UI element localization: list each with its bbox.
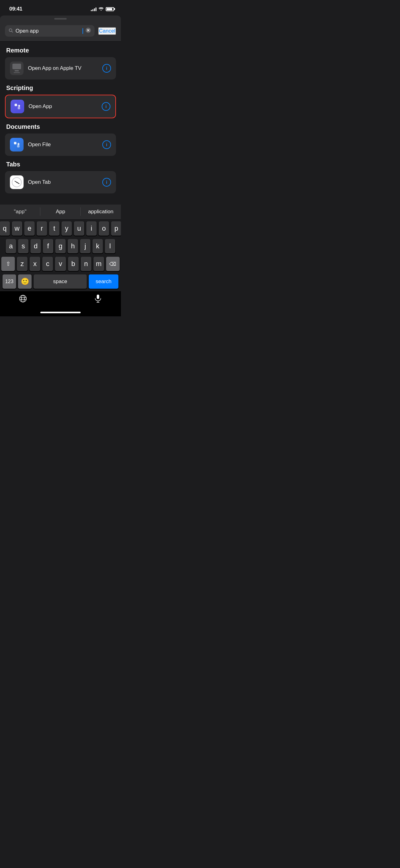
keyboard-row-2: a s d f g h j k l [1,239,120,253]
key-u[interactable]: u [74,221,84,236]
section-tabs: Tabs Open Tab i [5,161,116,193]
key-p[interactable]: p [111,221,121,236]
microphone-icon[interactable] [94,294,102,303]
emoji-key[interactable]: 🙂 [18,274,32,289]
key-j[interactable]: j [80,239,91,253]
key-b[interactable]: b [68,257,79,271]
predictive-application[interactable]: application [80,205,121,219]
action-item-open-app[interactable]: Open App i [5,95,116,118]
key-a[interactable]: a [6,239,16,253]
wifi-icon [99,7,104,11]
drag-handle [54,18,67,20]
key-h[interactable]: h [68,239,78,253]
keyboard-area: "app" App application q w e r t y u i o … [0,205,121,316]
predictive-quoted-app[interactable]: "app" [0,205,40,219]
search-container: Open app Cancel [0,23,121,41]
key-x[interactable]: x [29,257,40,271]
main-content: Remote Open App on Apple TV i Scripting [0,41,121,205]
key-n[interactable]: n [80,257,92,271]
open-app-icon [10,100,24,113]
key-y[interactable]: y [61,221,72,236]
key-k[interactable]: k [92,239,103,253]
key-l[interactable]: l [105,239,115,253]
svg-point-9 [20,295,26,302]
status-time: 09:41 [9,6,22,12]
action-item-open-file[interactable]: Open File i [5,133,116,156]
keyboard-row-3: ⇧ z x c v b n m ⌫ [1,257,120,271]
search-bar[interactable]: Open app [5,25,95,37]
shift-key[interactable]: ⇧ [1,257,15,271]
key-s[interactable]: s [18,239,29,253]
predictive-app[interactable]: App [40,205,80,219]
section-documents: Documents Open File i [5,123,116,156]
section-tabs-title: Tabs [5,161,116,168]
section-remote-title: Remote [5,47,116,54]
action-label-open-tab: Open Tab [28,179,98,185]
search-input[interactable]: Open app [15,28,80,34]
key-i[interactable]: i [86,221,97,236]
delete-key[interactable]: ⌫ [106,257,120,271]
clear-search-button[interactable] [86,28,91,34]
key-g[interactable]: g [55,239,66,253]
status-icons [91,7,114,11]
info-button-open-file[interactable]: i [102,140,111,149]
keyboard-bottom-bar [0,291,121,309]
keyboard-bottom-row: 123 🙂 space search [1,274,120,290]
svg-point-10 [22,295,25,302]
clock-icon [10,176,24,189]
keyboard-rows: q w e r t y u i o p a s d f g h j k l ⇧ … [0,219,121,291]
sheet-drag-area[interactable] [0,16,121,23]
section-documents-title: Documents [5,123,116,130]
battery-icon [106,7,114,11]
key-v[interactable]: v [55,257,66,271]
key-t[interactable]: t [49,221,60,236]
info-button-open-app[interactable]: i [102,102,110,111]
key-e[interactable]: e [24,221,35,236]
action-label-open-app-apple-tv: Open App on Apple TV [28,65,98,71]
svg-rect-7 [14,142,16,144]
key-m[interactable]: m [93,257,104,271]
signal-bars-icon [91,7,96,11]
keyboard-row-1: q w e r t y u i o p [1,221,120,236]
predictive-bar: "app" App application [0,205,121,219]
globe-icon[interactable] [19,294,27,303]
action-label-open-app: Open App [29,103,97,110]
svg-rect-5 [14,104,17,106]
space-key[interactable]: space [33,274,87,289]
appletv-icon [10,61,24,75]
cancel-button[interactable]: Cancel [98,27,116,35]
open-file-icon [10,138,24,152]
section-scripting-title: Scripting [5,85,116,92]
action-item-open-app-apple-tv[interactable]: Open App on Apple TV i [5,57,116,80]
key-c[interactable]: c [42,257,53,271]
svg-rect-6 [18,107,20,109]
svg-rect-13 [97,294,99,299]
section-scripting: Scripting Open App i [5,85,116,118]
svg-rect-8 [17,145,20,148]
info-button-open-app-apple-tv[interactable]: i [102,64,111,73]
search-icon [9,28,13,34]
key-d[interactable]: d [30,239,41,253]
section-remote: Remote Open App on Apple TV i [5,47,116,80]
key-r[interactable]: r [37,221,47,236]
key-f[interactable]: f [43,239,53,253]
status-bar: 09:41 [0,0,121,16]
info-button-open-tab[interactable]: i [102,178,111,187]
search-key[interactable]: search [89,274,119,289]
key-o[interactable]: o [99,221,109,236]
key-w[interactable]: w [12,221,22,236]
action-label-open-file: Open File [28,142,98,148]
key-z[interactable]: z [17,257,28,271]
action-item-open-tab[interactable]: Open Tab i [5,171,116,193]
key-q[interactable]: q [0,221,10,236]
svg-line-1 [12,31,13,33]
numbers-key[interactable]: 123 [2,274,16,289]
home-indicator [0,309,121,316]
